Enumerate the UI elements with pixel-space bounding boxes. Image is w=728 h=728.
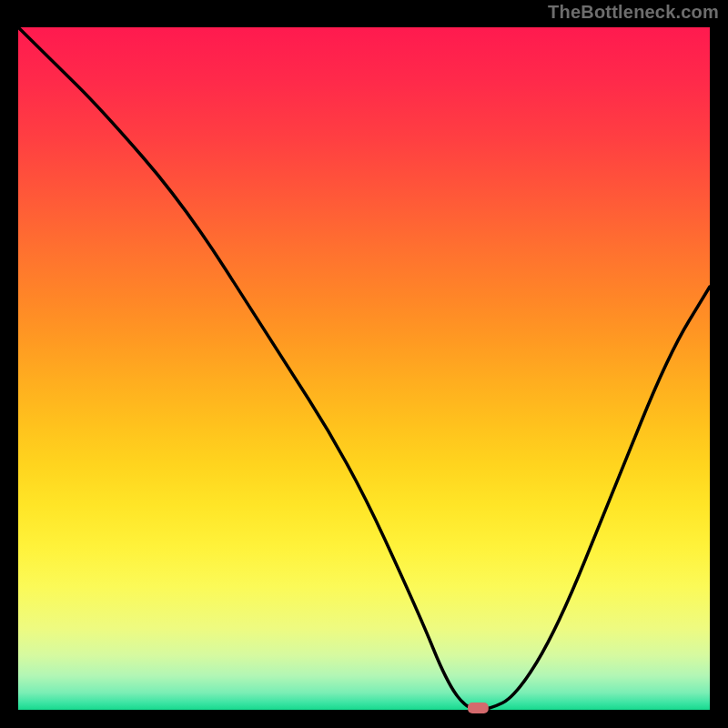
- watermark-text: TheBottleneck.com: [548, 2, 719, 23]
- right-border: [710, 0, 728, 728]
- plot-area: [18, 27, 710, 710]
- y-axis: [0, 0, 18, 728]
- bottleneck-chart-svg: [0, 0, 728, 728]
- optimum-marker: [468, 703, 489, 713]
- chart-frame: TheBottleneck.com: [0, 0, 728, 728]
- x-axis: [0, 710, 728, 728]
